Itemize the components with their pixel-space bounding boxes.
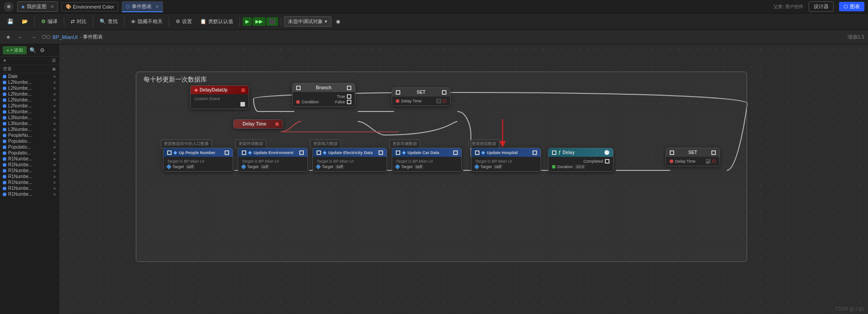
tab-env-color[interactable]: 🎨 Environment Color	[62, 2, 118, 11]
browse-button[interactable]: 📂	[18, 17, 32, 26]
update-env-exec-in[interactable]	[242, 150, 246, 155]
branch-exec-out[interactable]	[347, 86, 351, 90]
node-update-elec[interactable]: ◆ Update Electricity Data Target is BP M…	[312, 148, 387, 172]
sidebar-item-4[interactable]: L2Numbe... ≡	[0, 103, 58, 109]
tab-close-icon[interactable]: ✕	[50, 4, 54, 9]
sidebar-item-3[interactable]: L2Numbe... ≡	[0, 97, 58, 103]
update-hosp-exec-out[interactable]	[532, 150, 537, 155]
tab-event-close-icon[interactable]: ✕	[155, 4, 159, 9]
sidebar-item-14[interactable]: R1Numbe... ≡	[0, 162, 58, 168]
set2-out-pin[interactable]	[712, 159, 716, 163]
save-button[interactable]: 💾	[4, 17, 17, 26]
up-people-exec-in[interactable]	[167, 150, 172, 155]
play-button[interactable]: ▶	[243, 17, 252, 26]
update-car-exec-out[interactable]	[453, 150, 458, 155]
resume-button[interactable]: ▶▶	[253, 17, 265, 26]
sidebar-item-11[interactable]: Populatio... ≡	[0, 144, 58, 150]
true-pin[interactable]	[347, 94, 351, 99]
delay-duration-pin[interactable]	[552, 165, 556, 169]
node-delay-time[interactable]: Delay Time	[233, 119, 283, 129]
node-delay[interactable]: ƒ Delay 🕐 Completed Duration 10.0	[548, 148, 614, 172]
update-env-target-pin[interactable]	[241, 164, 246, 169]
set2-delay-pin[interactable]	[670, 159, 673, 163]
up-people-target-pin[interactable]	[166, 164, 171, 169]
breadcrumb-bp[interactable]: BP_MianUI	[53, 34, 78, 40]
update-car-target-pin[interactable]	[395, 164, 400, 169]
up-people-target-label: Target	[173, 164, 184, 169]
add-button[interactable]: + + 添加	[3, 46, 27, 54]
sidebar-settings-button[interactable]: ⚙	[39, 46, 46, 54]
debug-extra-button[interactable]: ◉	[332, 17, 344, 26]
sidebar-item-date[interactable]: Date ≡	[0, 73, 58, 79]
sidebar-search-button[interactable]: 🔍	[29, 46, 37, 54]
delay-time-out-pin[interactable]	[275, 122, 279, 126]
node-up-people[interactable]: ◆ Up People Number Target is BP Mian UI …	[163, 148, 233, 172]
sidebar-item-17[interactable]: R1Numbe... ≡	[0, 179, 58, 185]
update-hosp-target-pin[interactable]	[474, 164, 479, 169]
tab-my-blueprint[interactable]: ◈ 我的蓝图 ✕	[17, 1, 58, 12]
forward-button[interactable]: →	[29, 34, 39, 41]
update-elec-target-pin[interactable]	[316, 164, 321, 169]
sidebar-item-0[interactable]: L2Numbe... ≡	[0, 79, 58, 85]
sidebar-item-15[interactable]: R1Numbe... ≡	[0, 168, 58, 174]
sidebar-item-19[interactable]: R1Numbe... ≡	[0, 191, 58, 197]
sidebar-item-16[interactable]: R1Numbe... ≡	[0, 174, 58, 179]
nav-back-button[interactable]: ◈	[4, 33, 13, 41]
up-people-exec-out[interactable]	[225, 150, 229, 155]
set1-exec-in[interactable]	[396, 90, 400, 95]
node-set-2[interactable]: SET Delay Time ✓	[666, 148, 720, 166]
up-people-subtitle-row: Target is BP Mian UI	[167, 159, 229, 164]
sidebar-item-8[interactable]: L3Numbe... ≡	[0, 126, 58, 132]
tab-event-graph[interactable]: ⬡ 事件图表 ✕	[122, 1, 163, 12]
graph-button[interactable]: ⬡ 图表	[839, 2, 864, 11]
node-delay-data-up[interactable]: ◆ DelayDataUp Custom Event	[190, 85, 249, 109]
sidebar-variables-section[interactable]: 变量 ⊕	[0, 65, 58, 73]
update-elec-exec-out[interactable]	[379, 150, 383, 155]
update-env-exec-out[interactable]	[299, 150, 304, 155]
stop-button[interactable]: ⬛	[266, 17, 278, 26]
debug-dropdown[interactable]: 未选中调试对象 ▾	[284, 16, 331, 27]
node-update-car[interactable]: ◆ Update Car Data Target is BP Mian UI T…	[392, 148, 462, 172]
set1-value-pin[interactable]	[436, 99, 441, 103]
hide-unrelated-button[interactable]: 👁 隐藏不相关	[127, 16, 166, 27]
delay-completed-pin[interactable]	[605, 159, 609, 164]
set2-exec-out[interactable]	[711, 150, 716, 155]
set2-exec-in[interactable]	[670, 150, 674, 155]
branch-exec-in[interactable]	[296, 86, 301, 90]
set1-delay-pin[interactable]	[396, 99, 399, 103]
sidebar-item-6[interactable]: L3Numbe... ≡	[0, 115, 58, 121]
delay-exec-in[interactable]	[552, 150, 556, 155]
set2-check[interactable]: ✓	[706, 159, 710, 164]
set1-exec-out[interactable]	[442, 90, 446, 95]
sidebar-item-10[interactable]: Populatio... ≡	[0, 138, 58, 144]
back-button[interactable]: ←	[15, 34, 26, 41]
variables-add-icon[interactable]: ⊕	[52, 67, 56, 72]
node-update-env[interactable]: ◆ Update Environment Target is BP Mian U…	[238, 148, 308, 172]
node-branch[interactable]: Branch True Condition False	[292, 83, 355, 107]
sidebar-item-9[interactable]: PeopleNu... ≡	[0, 132, 58, 138]
false-pin[interactable]	[347, 100, 351, 104]
diff-button[interactable]: ⇄ 对比	[67, 16, 90, 27]
update-hosp-exec-in[interactable]	[475, 150, 480, 155]
designer-button[interactable]: 设计器	[809, 1, 834, 12]
node-set-1[interactable]: SET Delay Time	[392, 87, 451, 106]
sidebar-item-7[interactable]: L3Numbe... ≡	[0, 121, 58, 126]
condition-pin[interactable]	[296, 100, 300, 104]
default-value-button[interactable]: 📋 类默认认值	[197, 16, 237, 27]
compile-button[interactable]: ⚙ 编译	[38, 16, 61, 27]
update-elec-exec-in[interactable]	[317, 150, 321, 155]
sidebar-item-1[interactable]: L2Numbe... ≡	[0, 85, 58, 91]
update-car-exec-in[interactable]	[396, 150, 400, 155]
sidebar-item-13[interactable]: R1Numbe... ≡	[0, 156, 58, 162]
sidebar-item-12[interactable]: Populatio... ≡	[0, 150, 58, 156]
settings-button[interactable]: ⚙ 设置	[172, 16, 196, 27]
blueprint-canvas[interactable]: 每十秒更新一次数据库 ◆ DelayDataUp Custom Event	[59, 44, 868, 314]
set1-out-pin[interactable]	[443, 99, 446, 103]
node-update-hosp[interactable]: ◆ Update Hospital Target is BP Mian UI T…	[471, 148, 541, 172]
exec-out-pin[interactable]	[240, 102, 245, 106]
sidebar-item-18[interactable]: R1Numbe... ≡	[0, 185, 58, 191]
update-car-title: Update Car Data	[408, 150, 439, 155]
find-button[interactable]: 🔍 查找	[96, 16, 121, 27]
sidebar-item-5[interactable]: L3Numbe... ≡	[0, 109, 58, 115]
sidebar-item-2[interactable]: L2Numbe... ≡	[0, 91, 58, 97]
